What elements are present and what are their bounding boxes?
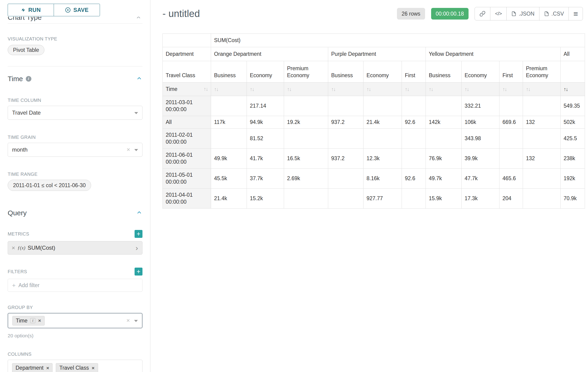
columns-pill[interactable]: Department ×: [12, 363, 52, 372]
value-cell: 16.5k: [284, 149, 328, 169]
value-cell: 47.7k: [462, 169, 499, 189]
time-column-select[interactable]: Travel Date: [8, 106, 142, 120]
value-cell: [328, 128, 364, 149]
info-icon: i: [26, 76, 31, 82]
value-cell: 15.9k: [426, 189, 462, 209]
value-cell: [284, 128, 328, 149]
value-cell: [523, 169, 561, 189]
export-json-button[interactable]: .JSON: [506, 7, 539, 21]
share-link-button[interactable]: [475, 7, 490, 21]
time-range-label: TIME RANGE: [8, 171, 142, 177]
travel-class-header: Premium Economy: [284, 61, 328, 83]
group-by-pill[interactable]: Time i ×: [12, 316, 45, 326]
table-row: 2011-04-01 00:00:0021.4k15.2k927.7715.9k…: [163, 189, 585, 209]
file-icon: [511, 11, 516, 17]
chevron-up-icon[interactable]: [136, 75, 142, 83]
value-cell: 132: [523, 116, 561, 128]
time-section-title: Time: [8, 75, 23, 83]
value-cell: [211, 96, 247, 116]
value-cell: 132: [523, 149, 561, 169]
value-cell: 343.98: [462, 128, 499, 149]
remove-tag-icon[interactable]: ×: [92, 365, 94, 371]
department-dimension-label: Department: [163, 47, 211, 61]
travel-class-header: [561, 61, 585, 83]
clear-icon[interactable]: ×: [127, 146, 130, 153]
column-sort-cell: ↑↓: [561, 83, 585, 96]
metric-pill[interactable]: × ƒ(x) SUM(Cost) ›: [8, 241, 142, 255]
sort-icon[interactable]: ↑↓: [367, 86, 371, 92]
sort-icon[interactable]: ↑↓: [526, 86, 530, 92]
run-button[interactable]: RUN: [8, 4, 54, 16]
travel-class-header: First: [499, 61, 523, 83]
pivot-corner-cell: [163, 34, 211, 47]
value-cell: 204: [499, 189, 523, 209]
remove-tag-icon[interactable]: ×: [38, 318, 41, 323]
chart-panel: - untitled 26 rows 00:00:00.18 </> .JSON: [150, 0, 588, 372]
row-count-badge: 26 rows: [397, 8, 425, 20]
department-group-header: Yellow Department: [426, 47, 561, 61]
department-group-header: Orange Department: [211, 47, 328, 61]
value-cell: 12.3k: [364, 149, 402, 169]
view-query-button[interactable]: </>: [490, 7, 507, 21]
sort-icon[interactable]: ↑↓: [503, 86, 507, 92]
add-filter-button[interactable]: +: [135, 268, 142, 276]
column-sort-cell: ↑↓: [523, 83, 561, 96]
export-csv-label: .CSV: [552, 11, 564, 17]
sort-icon[interactable]: ↑↓: [287, 86, 291, 92]
divider: [8, 66, 142, 66]
link-icon: [480, 11, 485, 17]
remove-tag-icon[interactable]: ×: [46, 365, 49, 371]
time-column-label: TIME COLUMN: [8, 98, 142, 103]
group-by-select[interactable]: Time i × ×: [8, 313, 142, 328]
save-button[interactable]: SAVE: [54, 4, 100, 16]
clear-icon[interactable]: ×: [127, 370, 130, 372]
menu-button[interactable]: ≡: [568, 7, 583, 21]
sort-icon[interactable]: ↑↓: [405, 86, 409, 92]
sort-icon[interactable]: ↑↓: [331, 86, 335, 92]
add-filter-label: Add filter: [18, 282, 40, 288]
time-column-value: Travel Date: [12, 109, 41, 116]
explore-view: RUN SAVE Chart Type VISUALIZATION TYPE P…: [0, 0, 588, 372]
clear-icon[interactable]: ×: [126, 317, 130, 324]
collapse-chevron-icon[interactable]: [136, 17, 142, 21]
travel-class-header: Economy: [364, 61, 402, 83]
plus-circle-icon: [65, 7, 71, 13]
column-sort-cell: ↑↓: [402, 83, 426, 96]
time-grain-select[interactable]: month ×: [8, 143, 142, 157]
value-cell: 669.6: [499, 116, 523, 128]
travel-class-header: Economy: [247, 61, 284, 83]
save-label: SAVE: [74, 7, 89, 13]
sort-icon[interactable]: ↑↓: [564, 86, 568, 92]
value-cell: 106k: [462, 116, 499, 128]
chart-type-heading: Chart Type: [8, 17, 142, 21]
chevron-right-icon[interactable]: ›: [131, 244, 142, 252]
sort-icon[interactable]: ↑↓: [465, 86, 469, 92]
sort-icon[interactable]: ↑↓: [250, 86, 254, 92]
columns-pill[interactable]: Travel Class ×: [56, 363, 98, 372]
columns-value: Travel Class: [59, 365, 89, 371]
travel-class-header: Business: [211, 61, 247, 83]
travel-class-header: Business: [426, 61, 462, 83]
section-chart-type: Chart Type: [8, 17, 142, 24]
value-cell: 17.3k: [462, 189, 499, 209]
add-metric-button[interactable]: +: [135, 230, 142, 238]
add-filter-dropzone[interactable]: + Add filter: [8, 279, 142, 292]
value-cell: [402, 149, 426, 169]
value-cell: [328, 189, 364, 209]
department-group-header: Purple Department: [328, 47, 426, 61]
chevron-up-icon[interactable]: [136, 209, 142, 217]
value-cell: [284, 96, 328, 116]
viz-type-pill[interactable]: Pivot Table: [8, 45, 44, 55]
value-cell: [402, 189, 426, 209]
columns-select[interactable]: Department × Travel Class × ×: [8, 360, 142, 372]
export-csv-button[interactable]: .CSV: [539, 7, 569, 21]
column-sort-cell: ↑↓: [499, 83, 523, 96]
value-cell: 92.6: [402, 116, 426, 128]
sort-icon[interactable]: ↑↓: [429, 86, 433, 92]
remove-metric-icon[interactable]: ×: [8, 244, 17, 252]
value-cell: 21.4k: [364, 116, 402, 128]
sort-icon[interactable]: ↑↓: [204, 86, 208, 93]
time-range-pill[interactable]: 2011-01-01 ≤ col < 2011-06-30: [8, 180, 91, 191]
file-icon: [544, 11, 549, 17]
sort-icon[interactable]: ↑↓: [214, 86, 218, 92]
